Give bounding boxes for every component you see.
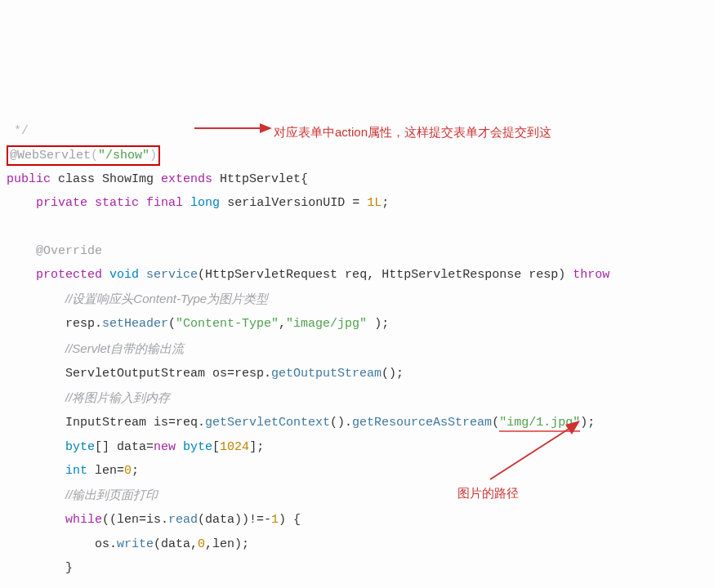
annotation-note-mid: 图片的路径: [457, 481, 519, 505]
fn: service: [146, 268, 198, 282]
txt: serialVersionUID =: [220, 196, 367, 210]
num: 0: [198, 537, 205, 551]
num: 1: [271, 513, 279, 527]
kw: final: [146, 196, 183, 210]
kw: throw: [573, 268, 609, 282]
resource-path-string: "img/1.jpg": [499, 416, 580, 432]
kw: static: [95, 196, 139, 210]
svg-line-2: [490, 428, 570, 479]
svg-marker-1: [260, 123, 272, 133]
annotation-arg: "/show": [98, 149, 149, 163]
num: 1024: [220, 440, 249, 454]
txt: HttpServlet{: [212, 172, 308, 186]
arrow-right-icon: [194, 120, 272, 136]
fn: write: [117, 537, 154, 551]
kw: new: [154, 440, 176, 454]
annotation-name: @WebServlet: [10, 149, 91, 163]
kw: void: [109, 268, 139, 282]
fn: setHeader: [102, 317, 168, 331]
indent: [7, 196, 36, 210]
kw-while: while: [65, 513, 102, 527]
comment: //设置响应头Content-Type为图片类型: [65, 292, 268, 305]
num: 0: [124, 464, 132, 478]
paren: ): [149, 149, 157, 163]
fn: getOutputStream: [271, 367, 382, 381]
kw: private: [36, 196, 87, 210]
type: long: [190, 196, 220, 210]
num: 1L: [367, 196, 382, 210]
comment: //输出到页面打印: [65, 488, 158, 501]
comment-end: */: [7, 124, 29, 138]
txt: InputStream is=req.: [7, 416, 205, 430]
kw-extends: extends: [161, 172, 212, 186]
type: byte: [65, 440, 95, 454]
txt: ServletOutputStream os=resp.: [7, 367, 271, 381]
str: "Content-Type": [176, 317, 279, 331]
brace: }: [7, 561, 73, 575]
override-annotation: @Override: [36, 244, 102, 258]
fn: getServletContext: [205, 416, 330, 430]
kw: protected: [36, 268, 102, 282]
kw-public: public: [7, 172, 51, 186]
fn: read: [168, 513, 198, 527]
code-viewer: */ @WebServlet("/show") public class Sho…: [0, 96, 714, 588]
annotation-note-top: 对应表单中action属性，这样提交表单才会提交到这: [274, 120, 551, 144]
type: byte: [183, 440, 212, 454]
str: "image/jpg": [286, 317, 367, 331]
fn: getResourceAsStream: [352, 416, 492, 430]
annotation-highlight-box: @WebServlet("/show"): [7, 145, 160, 166]
semi: ;: [382, 196, 389, 210]
type: int: [65, 464, 87, 478]
comment: //Servlet自带的输出流: [65, 341, 184, 355]
classname: ShowImg: [102, 172, 161, 186]
txt: class: [51, 172, 102, 186]
comment: //将图片输入到内存: [65, 390, 170, 404]
paren: (: [91, 149, 98, 163]
txt: resp.: [7, 317, 102, 331]
params: (HttpServletRequest req, HttpServletResp…: [198, 268, 573, 282]
